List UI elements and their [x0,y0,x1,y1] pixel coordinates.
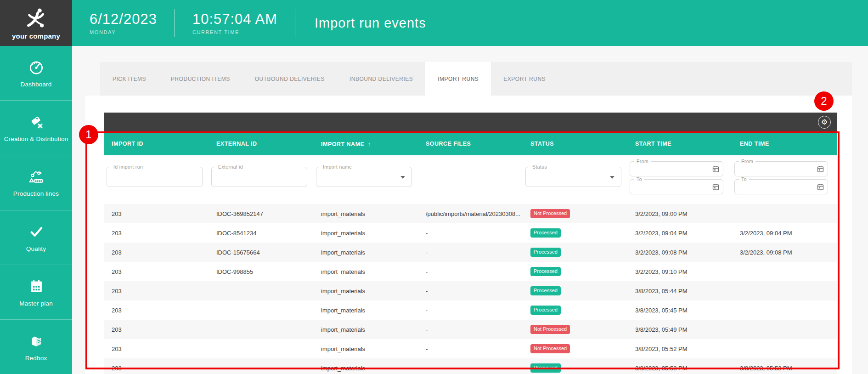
filter-cell-source-files [418,155,523,204]
cell-start-time: 3/8/2023, 05:53 PM [628,365,733,372]
column-header-source-files[interactable]: SOURCE FILES [418,141,523,147]
cell-import-id: 203 [104,230,209,237]
cell-import-id: 203 [104,210,209,217]
tab-export-runs[interactable]: EXPORT RUNS [491,62,558,96]
company-logo[interactable]: your company [0,0,72,46]
cell-source-files: - [418,346,523,352]
table-row[interactable]: 203IDOC-15675664import_materials-Process… [104,243,837,262]
table-row[interactable]: 203IDOC-998855import_materials-Processed… [104,262,837,281]
table-row[interactable]: 203import_materials-Processed3/8/2023, 0… [104,300,837,320]
calendar-icon[interactable] [712,183,720,191]
sidebar-item-dashboard[interactable]: Dashboard [0,46,72,101]
column-header-import-id[interactable]: IMPORT ID [104,141,209,147]
sidebar-item-master-plan[interactable]: Master plan [0,265,72,320]
cell-status: Processed [523,306,628,315]
status-badge: Processed [530,228,561,238]
tab-strip: PICK ITEMSPRODUCTION ITEMSOUTBOUND DELIV… [100,62,852,96]
calendar-icon[interactable] [817,183,824,191]
tab-import-runs[interactable]: IMPORT RUNS [425,62,491,96]
column-header-status[interactable]: STATUS [523,141,628,147]
header-time-block: 10:57:04 AM CURRENT TIME [175,11,295,35]
table-toolbar: ⚙ [104,113,837,132]
table-row[interactable]: 203IDOC-8541234import_materials-Processe… [104,223,837,243]
table-row[interactable]: 203import_materials-Processed3/8/2023, 0… [104,281,837,300]
header-day: MONDAY [90,29,157,35]
cell-import-name: import_materials [314,288,418,295]
creation-distribution-icon [28,113,45,130]
external-id-filter[interactable]: External id [211,167,307,187]
tab-inbound-deliveries[interactable]: INBOUND DELIVERIES [337,62,425,96]
sidebar-item-production-lines[interactable]: Production lines [0,155,72,210]
chevron-down-icon [610,176,614,179]
table-row[interactable]: 203import_materials-Processed3/8/2023, 0… [104,358,837,374]
cell-source-files: - [418,249,523,256]
cell-external-id: IDOC-15675664 [209,249,314,256]
cell-source-files: /public/imports/material/20230308... [418,210,523,217]
sidebar-item-redbox[interactable]: Redbox [0,320,72,374]
cell-start-time: 3/8/2023, 05:49 PM [628,326,733,333]
cell-external-id: IDOC-8541234 [209,230,314,237]
table-row[interactable]: 203IDOC-369852147import_materials/public… [104,204,837,223]
cell-end-time: 3/2/2023, 09:04 PM [733,230,837,237]
import-name-filter-select[interactable]: Import name [316,167,412,187]
import-runs-table: IMPORT IDEXTERNAL IDIMPORT NAME↑SOURCE F… [104,132,837,374]
company-logo-icon [24,6,48,31]
cell-status: Processed [523,228,628,238]
start-time-from-label: From [634,159,651,164]
start-time-from-filter[interactable]: From [630,161,723,176]
content-panel: ⚙ IMPORT IDEXTERNAL IDIMPORT NAME↑SOURCE… [85,96,852,374]
import-id-filter-input[interactable] [112,169,197,185]
sidebar-item-creation-distribution[interactable]: Creation & Distribution [0,101,72,155]
table-row[interactable]: 203import_materials-Not Processed3/8/202… [104,339,837,358]
table-row[interactable]: 203import_materials-Not Processed3/8/202… [104,320,837,339]
cell-import-id: 203 [104,326,209,333]
end-time-from-label: From [739,159,755,164]
table-body: 203IDOC-369852147import_materials/public… [104,204,837,374]
cell-start-time: 3/2/2023, 09:04 PM [628,230,733,237]
cell-import-id: 203 [104,365,209,372]
status-badge: Processed [530,267,561,276]
tab-pick-items[interactable]: PICK ITEMS [100,62,158,96]
cell-status: Processed [523,267,628,276]
cell-source-files: - [418,307,523,314]
cell-import-name: import_materials [314,210,418,217]
master-plan-calendar-icon [28,278,45,295]
column-header-external-id[interactable]: EXTERNAL ID [209,141,314,147]
external-id-filter-input[interactable] [216,169,302,185]
start-time-to-filter[interactable]: To [630,179,723,194]
start-time-to-label: To [634,176,644,182]
sidebar-item-label: Creation & Distribution [2,136,70,142]
status-badge: Processed [530,306,561,315]
cell-end-time: 3/8/2023, 05:53 PM [733,365,837,372]
cell-external-id: IDOC-369852147 [209,210,314,217]
column-header-end-time[interactable]: END TIME [733,141,837,147]
cell-start-time: 3/2/2023, 09:08 PM [628,249,733,256]
tab-production-items[interactable]: PRODUCTION ITEMS [158,62,242,96]
page-title: Import run events [295,16,426,31]
calendar-icon[interactable] [712,165,720,173]
settings-button[interactable]: ⚙ [818,116,831,129]
cell-source-files: - [418,268,523,275]
sidebar-nav: DashboardCreation & DistributionProducti… [0,46,72,374]
header-time-label: CURRENT TIME [192,29,277,35]
production-lines-icon [28,168,45,185]
sidebar-item-quality[interactable]: Quality [0,210,72,265]
cell-import-id: 203 [104,288,209,295]
sidebar-item-label: Quality [24,245,48,252]
calendar-icon[interactable] [817,165,824,173]
status-filter-select[interactable]: Status [525,167,621,187]
end-time-from-filter[interactable]: From [734,161,828,176]
column-header-start-time[interactable]: START TIME [628,141,733,147]
status-filter-label: Status [530,164,549,170]
sidebar-item-label: Redbox [23,355,49,362]
tab-outbound-deliveries[interactable]: OUTBOUND DELIVERIES [242,62,337,96]
column-header-import-name[interactable]: IMPORT NAME↑ [314,141,418,147]
quality-check-icon [28,223,45,240]
status-badge: Not Processed [530,209,570,218]
end-time-to-label: To [739,176,749,182]
end-time-to-filter[interactable]: To [734,179,828,194]
filter-cell-import-name: Import name [314,155,418,204]
cell-start-time: 3/2/2023, 09:10 PM [628,268,733,275]
cell-start-time: 3/8/2023, 05:52 PM [628,346,733,352]
import-id-filter[interactable]: Id import run [107,167,203,187]
